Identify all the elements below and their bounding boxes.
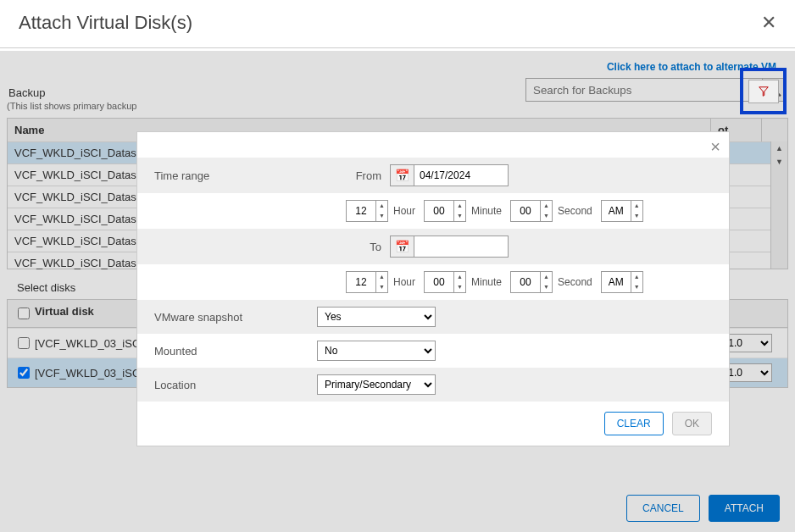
dialog-title: Attach Virtual Disk(s): [19, 12, 192, 34]
filter-icon: [759, 86, 769, 97]
modal-close-icon[interactable]: ×: [710, 137, 720, 157]
to-second-input[interactable]: [511, 272, 540, 292]
spin-down-icon[interactable]: ▼: [454, 211, 465, 221]
from-minute-input[interactable]: [425, 201, 453, 221]
mounted-select[interactable]: No: [317, 341, 436, 361]
to-minute-input[interactable]: [425, 272, 453, 292]
from-second-spinner[interactable]: ▲▼: [510, 200, 553, 222]
calendar-icon[interactable]: 📅: [391, 236, 414, 257]
to-second-spinner[interactable]: ▲▼: [510, 271, 553, 293]
to-label: To: [339, 241, 390, 253]
spin-up-icon[interactable]: ▲: [376, 272, 387, 282]
to-minute-spinner[interactable]: ▲▼: [424, 271, 466, 293]
to-hour-spinner[interactable]: ▲▼: [346, 271, 388, 293]
spin-down-icon[interactable]: ▼: [541, 211, 552, 221]
spin-up-icon[interactable]: ▲: [631, 272, 642, 282]
ok-button[interactable]: OK: [672, 412, 712, 435]
from-second-input[interactable]: [511, 201, 540, 221]
hour-label: Hour: [393, 276, 415, 288]
to-hour-input[interactable]: [347, 272, 375, 292]
spin-up-icon[interactable]: ▲: [541, 201, 552, 211]
spin-down-icon[interactable]: ▼: [631, 282, 642, 292]
to-date-input[interactable]: [414, 236, 508, 257]
second-label: Second: [558, 276, 592, 288]
snapshot-select[interactable]: Yes: [317, 307, 436, 327]
filter-button[interactable]: [748, 80, 779, 103]
location-select[interactable]: Primary/Secondary: [317, 374, 436, 395]
spin-up-icon[interactable]: ▲: [376, 201, 387, 211]
hour-label: Hour: [393, 205, 415, 217]
close-icon[interactable]: ✕: [761, 12, 776, 34]
spin-down-icon[interactable]: ▼: [454, 282, 465, 292]
minute-label: Minute: [471, 276, 502, 288]
spin-up-icon[interactable]: ▲: [454, 272, 465, 282]
to-ampm-spinner[interactable]: ▲▼: [601, 271, 643, 293]
to-ampm-input[interactable]: [602, 272, 631, 292]
from-minute-spinner[interactable]: ▲▼: [424, 200, 466, 222]
spin-down-icon[interactable]: ▼: [376, 211, 387, 221]
snapshot-label: VMware snapshot: [154, 311, 290, 324]
clear-button[interactable]: CLEAR: [604, 412, 664, 435]
spin-up-icon[interactable]: ▲: [541, 272, 552, 282]
from-hour-input[interactable]: [347, 201, 375, 221]
spin-down-icon[interactable]: ▼: [631, 211, 642, 221]
calendar-icon[interactable]: 📅: [391, 165, 414, 186]
spin-down-icon[interactable]: ▼: [541, 282, 552, 292]
second-label: Second: [558, 205, 592, 217]
spin-down-icon[interactable]: ▼: [376, 282, 387, 292]
from-ampm-spinner[interactable]: ▲▼: [601, 200, 643, 222]
location-label: Location: [154, 379, 290, 391]
from-label: From: [339, 169, 390, 182]
spin-up-icon[interactable]: ▲: [454, 201, 465, 211]
minute-label: Minute: [471, 205, 502, 217]
from-date-input[interactable]: [414, 165, 508, 186]
spin-up-icon[interactable]: ▲: [631, 201, 642, 211]
from-ampm-input[interactable]: [602, 201, 631, 221]
filter-highlight-box: [740, 68, 787, 114]
filter-modal: × Time range From 📅 ▲▼ Hour ▲▼ Minute ▲▼: [136, 131, 730, 446]
from-hour-spinner[interactable]: ▲▼: [346, 200, 388, 222]
mounted-label: Mounted: [154, 345, 290, 357]
time-range-label: Time range: [154, 169, 290, 182]
